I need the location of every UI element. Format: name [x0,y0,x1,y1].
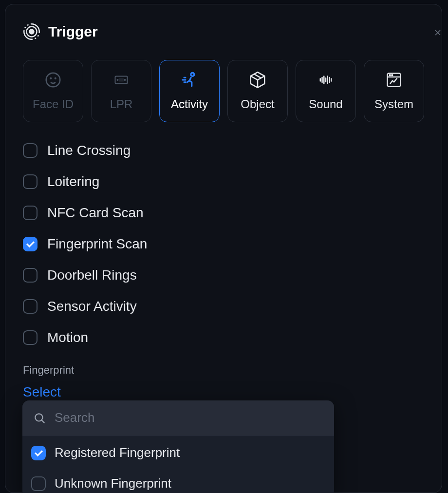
tab-label: LPR [110,97,133,111]
tab-label: Object [241,97,274,111]
dropdown-option-label: Registered Fingerprint [55,445,180,460]
checkbox-loitering[interactable]: Loitering [23,174,424,190]
svg-point-2 [46,73,60,87]
checkbox-label: Loitering [47,174,99,190]
checkbox-sensor-activity[interactable]: Sensor Activity [23,299,424,314]
activity-icon [180,71,199,89]
close-button[interactable] [433,28,443,45]
tab-sound[interactable]: Sound [296,60,356,122]
fingerprint-section-label: Fingerprint [23,364,424,377]
tab-object[interactable]: Object [227,60,288,122]
checkbox-input[interactable] [23,237,37,251]
target-icon [23,23,40,40]
tab-lpr[interactable]: LPR [91,60,151,122]
panel-header: Trigger [23,23,424,40]
svg-rect-8 [119,79,123,81]
face-icon [43,71,63,89]
checkbox-input[interactable] [23,299,37,314]
checkbox-label: Line Crossing [47,143,131,158]
fingerprint-select-dropdown: Registered Fingerprint Unknown Fingerpri… [22,400,334,493]
checkbox-label: NFC Card Scan [47,205,144,221]
search-icon [33,412,46,424]
dropdown-search-row [22,400,334,436]
trigger-tabs: Face ID LPR Ac [23,60,424,122]
checkbox-fingerprint-scan[interactable]: Fingerprint Scan [23,236,424,252]
tab-face-id[interactable]: Face ID [23,60,83,122]
checkbox-input[interactable] [23,268,37,283]
checkbox-input[interactable] [23,330,37,345]
checkbox-label: Motion [47,330,88,345]
object-icon [248,71,267,89]
tab-system[interactable]: System [364,60,424,122]
tab-label: Face ID [33,97,74,111]
svg-point-12 [392,75,392,76]
lpr-icon [112,71,131,89]
checkbox-input[interactable] [31,446,46,460]
sound-icon [316,71,336,89]
svg-point-9 [191,73,194,76]
svg-point-4 [55,78,56,79]
svg-point-11 [390,75,391,76]
svg-point-7 [125,79,126,80]
dropdown-option-list: Registered Fingerprint Unknown Fingerpri… [22,436,334,493]
search-input[interactable] [55,410,323,425]
svg-point-3 [50,78,51,79]
svg-point-0 [30,30,34,34]
checkbox-line-crossing[interactable]: Line Crossing [23,143,424,158]
tab-activity[interactable]: Activity [159,60,220,122]
checkbox-label: Doorbell Rings [47,267,137,283]
checkbox-input[interactable] [23,174,37,189]
checkbox-input[interactable] [23,206,37,220]
select-link[interactable]: Select [23,384,61,400]
dropdown-option-unknown-fingerprint[interactable]: Unknown Fingerprint [31,476,325,491]
panel-title: Trigger [48,23,98,40]
dropdown-option-registered-fingerprint[interactable]: Registered Fingerprint [31,445,325,460]
checkbox-nfc-card-scan[interactable]: NFC Card Scan [23,205,424,221]
system-icon [384,71,404,89]
activity-checkbox-list: Line Crossing Loitering NFC Card Scan Fi… [23,143,424,345]
checkbox-input[interactable] [31,476,46,491]
close-icon [433,28,443,38]
checkbox-label: Sensor Activity [47,299,137,314]
checkbox-motion[interactable]: Motion [23,330,424,345]
checkbox-input[interactable] [23,143,37,158]
checkbox-doorbell-rings[interactable]: Doorbell Rings [23,267,424,283]
tab-label: System [374,97,413,111]
checkbox-label: Fingerprint Scan [47,236,147,252]
tab-label: Sound [309,97,342,111]
dropdown-option-label: Unknown Fingerprint [55,476,171,491]
svg-point-6 [117,79,118,80]
tab-label: Activity [171,97,208,111]
